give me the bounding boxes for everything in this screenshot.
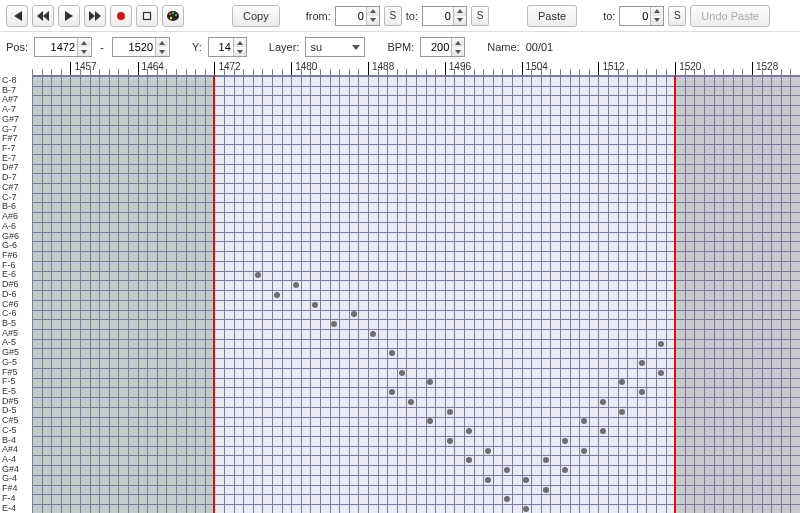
to-input[interactable] <box>423 7 453 25</box>
to-s-button[interactable]: S <box>471 6 489 26</box>
pos-start-down[interactable] <box>78 47 90 56</box>
note-dot[interactable] <box>639 360 645 366</box>
layer-value: su <box>310 41 322 53</box>
pos-start-up[interactable] <box>78 38 90 47</box>
pos-start-spinner[interactable] <box>34 37 92 57</box>
svg-point-0 <box>117 12 125 20</box>
to-spinner[interactable] <box>422 6 467 26</box>
chevron-down-icon <box>352 45 360 50</box>
to-down[interactable] <box>454 16 466 25</box>
record-button[interactable] <box>110 5 132 27</box>
paste-to-s-button[interactable]: S <box>668 6 686 26</box>
pitch-labels: C-8B-7A#7A-7G#7G-7F#7F-7E-7D#7D-7C#7C-7B… <box>0 76 32 513</box>
note-dot[interactable] <box>370 331 376 337</box>
selection-end-marker[interactable] <box>674 76 676 513</box>
pos-start-input[interactable] <box>35 38 77 56</box>
bpm-input[interactable] <box>421 38 451 56</box>
note-dot[interactable] <box>639 389 645 395</box>
fast-forward-button[interactable] <box>84 5 106 27</box>
from-input[interactable] <box>336 7 366 25</box>
bpm-spinner[interactable] <box>420 37 465 57</box>
from-spinner[interactable] <box>335 6 380 26</box>
from-label: from: <box>306 10 331 22</box>
svg-point-5 <box>175 13 177 15</box>
rewind-button[interactable] <box>32 5 54 27</box>
ruler-label: 1504 <box>522 62 548 75</box>
note-dot[interactable] <box>312 302 318 308</box>
note-dot[interactable] <box>658 341 664 347</box>
note-dot[interactable] <box>447 438 453 444</box>
note-dot[interactable] <box>485 477 491 483</box>
copy-button[interactable]: Copy <box>232 5 280 27</box>
name-value: 00/01 <box>526 41 554 53</box>
note-dot[interactable] <box>543 457 549 463</box>
y-up[interactable] <box>234 38 246 47</box>
transport-toolbar: Copy from: S to: S Paste to: S Undo Past… <box>0 0 800 32</box>
pos-label: Pos: <box>6 41 28 53</box>
note-dot[interactable] <box>351 311 357 317</box>
ruler-label: 1457 <box>70 62 96 75</box>
paste-to-spinner[interactable] <box>619 6 664 26</box>
pos-dash: - <box>98 41 106 53</box>
from-up[interactable] <box>367 7 379 16</box>
note-dot[interactable] <box>399 370 405 376</box>
palette-button[interactable] <box>162 5 184 27</box>
note-dot[interactable] <box>447 409 453 415</box>
note-dot[interactable] <box>562 467 568 473</box>
from-down[interactable] <box>367 16 379 25</box>
rewind-start-button[interactable] <box>6 5 28 27</box>
paste-to-down[interactable] <box>651 16 663 25</box>
svg-point-6 <box>170 16 172 18</box>
ruler-label: 1528 <box>752 62 778 75</box>
layer-label: Layer: <box>269 41 300 53</box>
note-dot[interactable] <box>274 292 280 298</box>
pitch-label: E-4 <box>0 504 32 513</box>
piano-grid[interactable] <box>32 76 800 513</box>
paste-to-label: to: <box>603 10 615 22</box>
ruler-label: 1488 <box>368 62 394 75</box>
name-label: Name: <box>487 41 519 53</box>
ruler-label: 1464 <box>138 62 164 75</box>
note-dot[interactable] <box>466 428 472 434</box>
pos-end-input[interactable] <box>113 38 155 56</box>
note-dot[interactable] <box>581 448 587 454</box>
svg-rect-1 <box>144 12 151 19</box>
y-down[interactable] <box>234 47 246 56</box>
pos-end-up[interactable] <box>156 38 168 47</box>
ruler-label: 1480 <box>291 62 317 75</box>
from-s-button[interactable]: S <box>384 6 402 26</box>
position-toolbar: Pos: - Y: Layer: su BPM: Name: 00/01 <box>0 32 800 62</box>
ruler-label: 1512 <box>598 62 624 75</box>
to-up[interactable] <box>454 7 466 16</box>
pos-end-down[interactable] <box>156 47 168 56</box>
note-dot[interactable] <box>658 370 664 376</box>
note-dot[interactable] <box>485 448 491 454</box>
ruler-label: 1520 <box>675 62 701 75</box>
svg-point-4 <box>172 11 174 13</box>
y-spinner[interactable] <box>208 37 247 57</box>
to-label: to: <box>406 10 418 22</box>
ruler-label: 1496 <box>445 62 471 75</box>
bpm-label: BPM: <box>387 41 414 53</box>
selection-start-marker[interactable] <box>213 76 215 513</box>
play-button[interactable] <box>58 5 80 27</box>
y-label: Y: <box>192 41 202 53</box>
paste-to-input[interactable] <box>620 7 650 25</box>
note-dot[interactable] <box>543 487 549 493</box>
stop-button[interactable] <box>136 5 158 27</box>
time-ruler[interactable]: 1457146414721480148814961504151215201528 <box>32 62 800 76</box>
bpm-up[interactable] <box>452 38 464 47</box>
bpm-down[interactable] <box>452 47 464 56</box>
undo-paste-button[interactable]: Undo Paste <box>690 5 769 27</box>
layer-select[interactable]: su <box>305 37 365 57</box>
pos-end-spinner[interactable] <box>112 37 170 57</box>
svg-point-3 <box>169 12 171 14</box>
note-dot[interactable] <box>562 438 568 444</box>
piano-roll[interactable]: 1457146414721480148814961504151215201528… <box>0 62 800 513</box>
y-input[interactable] <box>209 38 233 56</box>
paste-to-up[interactable] <box>651 7 663 16</box>
paste-button[interactable]: Paste <box>527 5 577 27</box>
ruler-label: 1472 <box>214 62 240 75</box>
